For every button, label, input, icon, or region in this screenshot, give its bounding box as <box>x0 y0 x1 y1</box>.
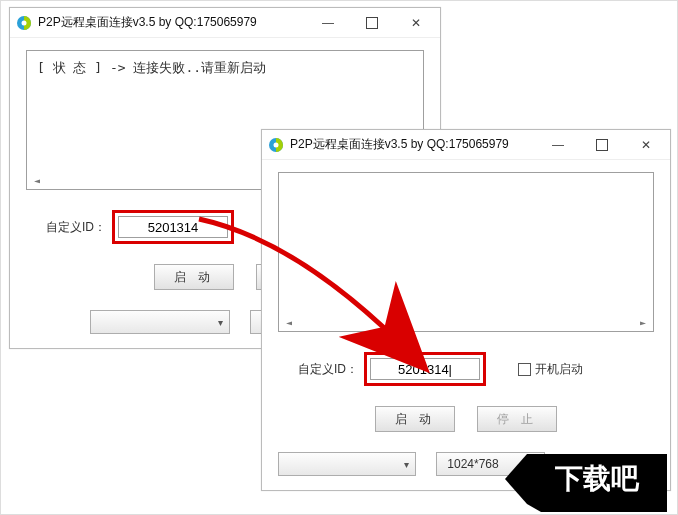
button-row: 启 动 停 止 <box>278 406 654 432</box>
window-title: P2P远程桌面连接v3.5 by QQ:175065979 <box>38 14 306 31</box>
download-badge-text: 下载吧 <box>555 460 639 498</box>
start-button[interactable]: 启 动 <box>154 264 234 290</box>
log-line: [ 状 态 ] -> 连接失败..请重新启动 <box>37 60 266 75</box>
custom-id-label: 自定义ID： <box>298 361 358 378</box>
scroll-right-icon[interactable]: ► <box>636 315 650 329</box>
custom-id-label: 自定义ID： <box>46 219 106 236</box>
select-1[interactable]: ▾ <box>90 310 230 334</box>
select-1[interactable]: ▾ <box>278 452 416 476</box>
app-icon <box>16 15 32 31</box>
scroll-left-icon[interactable]: ◄ <box>30 173 44 187</box>
custom-id-input[interactable] <box>118 216 228 238</box>
status-log[interactable]: ◄ ► <box>278 172 654 332</box>
svg-point-1 <box>22 20 27 25</box>
chevron-down-icon: ▾ <box>218 317 223 328</box>
custom-id-input[interactable] <box>370 358 480 380</box>
custom-id-highlight <box>112 210 234 244</box>
window-title: P2P远程桌面连接v3.5 by QQ:175065979 <box>290 136 536 153</box>
maximize-button[interactable] <box>350 9 394 37</box>
stop-button[interactable]: 停 止 <box>477 406 557 432</box>
start-button[interactable]: 启 动 <box>375 406 455 432</box>
download-badge: 下载吧 <box>527 454 667 504</box>
scroll-left-icon[interactable]: ◄ <box>282 315 296 329</box>
chevron-down-icon: ▾ <box>404 459 409 470</box>
custom-id-highlight <box>364 352 486 386</box>
close-button[interactable] <box>394 9 438 37</box>
minimize-button[interactable] <box>306 9 350 37</box>
autostart-option[interactable]: 开机启动 <box>518 361 583 378</box>
custom-id-row: 自定义ID： 开机启动 <box>278 352 654 386</box>
svg-point-3 <box>274 142 279 147</box>
autostart-checkbox[interactable] <box>518 363 531 376</box>
titlebar: P2P远程桌面连接v3.5 by QQ:175065979 <box>262 130 670 160</box>
maximize-button[interactable] <box>580 131 624 159</box>
resolution-value: 1024*768 <box>447 457 498 471</box>
window-2: P2P远程桌面连接v3.5 by QQ:175065979 ◄ ► 自定义ID：… <box>261 129 671 491</box>
autostart-label: 开机启动 <box>535 361 583 378</box>
minimize-button[interactable] <box>536 131 580 159</box>
titlebar: P2P远程桌面连接v3.5 by QQ:175065979 <box>10 8 440 38</box>
close-button[interactable] <box>624 131 668 159</box>
app-icon <box>268 137 284 153</box>
client-area: ◄ ► 自定义ID： 开机启动 启 动 停 止 ▾ 1024*768▾ <box>262 160 670 490</box>
